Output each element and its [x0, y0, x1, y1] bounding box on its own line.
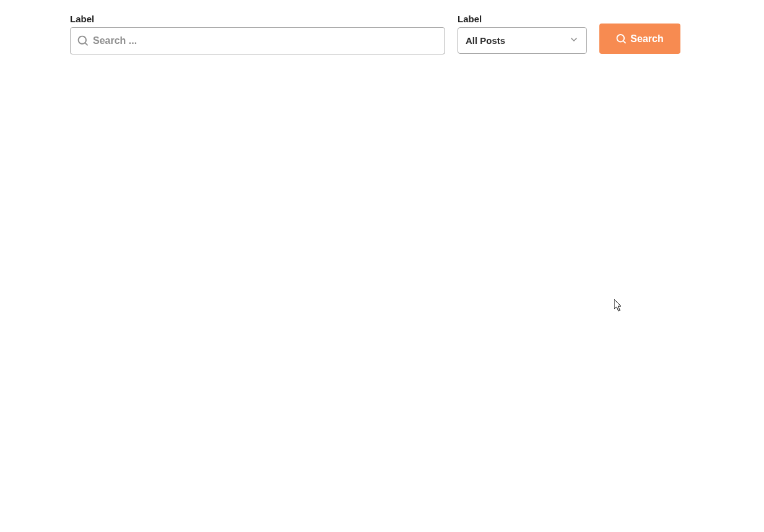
search-input-wrapper — [70, 27, 445, 54]
category-select-value: All Posts — [466, 35, 569, 46]
search-input[interactable] — [71, 28, 445, 54]
search-button[interactable]: Search — [599, 24, 680, 54]
search-button-label: Search — [630, 33, 663, 45]
search-icon — [616, 34, 626, 44]
mouse-cursor-icon — [614, 299, 623, 312]
category-select[interactable]: All Posts — [458, 27, 587, 54]
category-select-label: Label — [458, 12, 587, 25]
chevron-down-icon — [569, 35, 579, 47]
search-field-label: Label — [70, 12, 445, 25]
